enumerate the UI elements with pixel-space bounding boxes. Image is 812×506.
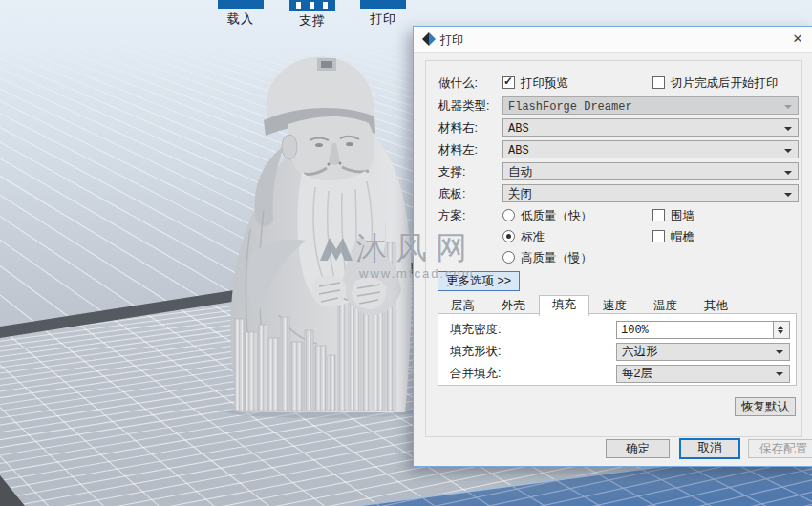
- wall-checkbox[interactable]: [652, 209, 665, 221]
- close-icon[interactable]: ✕: [789, 31, 806, 48]
- dialog-title: 打印: [440, 32, 463, 49]
- chevron-down-icon: [784, 171, 792, 175]
- raft-select[interactable]: 关闭: [502, 184, 799, 202]
- support-icon: [289, 0, 335, 11]
- flashprint-logo-icon: [422, 32, 436, 46]
- tab-temperature[interactable]: 温度: [640, 296, 691, 315]
- chevron-down-icon: [784, 127, 792, 131]
- scheme-low-label[interactable]: 低质量（快）: [521, 208, 592, 224]
- fill-density-label: 填充密度:: [450, 322, 501, 338]
- dialog-titlebar[interactable]: 打印 ✕: [414, 27, 812, 53]
- preview-checkbox-label[interactable]: 打印预览: [521, 75, 568, 92]
- material-right-label: 材料右:: [438, 120, 478, 137]
- toolbar-load-label: 载入: [212, 11, 269, 28]
- tab-shell[interactable]: 外壳: [488, 296, 539, 315]
- restore-defaults-button[interactable]: 恢复默认: [735, 397, 796, 416]
- spin-up-icon: [778, 326, 783, 329]
- material-right-select[interactable]: ABS: [502, 118, 799, 137]
- chevron-down-icon: [784, 105, 792, 109]
- settings-tabs: 层高 外壳 填充 速度 温度 其他: [438, 295, 741, 315]
- chevron-down-icon: [776, 372, 783, 376]
- tab-layer-height[interactable]: 层高: [438, 296, 488, 315]
- brim-checkbox-label[interactable]: 帽檐: [671, 229, 694, 245]
- wall-checkbox-label[interactable]: 围墙: [671, 208, 694, 224]
- machine-type-label: 机器类型:: [438, 98, 489, 115]
- scheme-standard-radio[interactable]: [502, 230, 515, 242]
- toolbar-print-button[interactable]: 打印: [354, 0, 412, 28]
- fill-tab-panel: 填充密度: 100% 填充形状: 六边形 合并填充: 每2层: [438, 313, 797, 386]
- preview-checkbox[interactable]: ✓: [502, 76, 515, 89]
- chevron-down-icon: [784, 149, 792, 153]
- support-label: 支撑:: [438, 164, 465, 180]
- scheme-high-radio[interactable]: [502, 251, 515, 264]
- combine-fill-label: 合并填充:: [450, 366, 501, 382]
- fill-shape-label: 填充形状:: [450, 344, 501, 360]
- load-icon: [218, 0, 264, 9]
- fill-shape-select[interactable]: 六边形: [616, 343, 790, 361]
- raft-label: 底板:: [438, 186, 465, 202]
- material-left-label: 材料左:: [438, 142, 478, 158]
- app-window: 载入 支撑 打印 打印 ✕ 做什么: ✓ 打印预览 切片完成后开始打印 机: [0, 0, 812, 506]
- fill-density-spinbox[interactable]: 100%: [616, 321, 790, 339]
- combine-fill-select[interactable]: 每2层: [616, 365, 790, 383]
- cancel-button[interactable]: 取消: [679, 438, 740, 459]
- toolbar-support-button[interactable]: 支撑: [284, 0, 341, 30]
- spin-down-icon: [778, 330, 783, 334]
- tab-speed[interactable]: 速度: [589, 296, 640, 315]
- chevron-down-icon: [784, 193, 792, 197]
- machine-type-select: FlashForge Dreamer: [502, 96, 799, 115]
- tab-fill[interactable]: 填充: [539, 295, 589, 316]
- scheme-low-radio[interactable]: [502, 209, 515, 221]
- material-left-select[interactable]: ABS: [502, 140, 799, 158]
- print-after-slice-label[interactable]: 切片完成后开始打印: [671, 75, 779, 92]
- print-after-slice-checkbox[interactable]: [652, 76, 665, 89]
- brim-checkbox[interactable]: [652, 230, 665, 242]
- scheme-standard-label[interactable]: 标准: [521, 229, 545, 245]
- what-label: 做什么:: [438, 75, 478, 92]
- spinner-buttons[interactable]: [773, 322, 789, 338]
- scheme-label: 方案:: [438, 208, 465, 224]
- toolbar-print-label: 打印: [354, 11, 412, 28]
- ok-button[interactable]: 确定: [606, 439, 670, 458]
- scheme-high-label[interactable]: 高质量（慢）: [521, 250, 592, 266]
- tab-others[interactable]: 其他: [691, 296, 741, 315]
- support-select[interactable]: 自动: [502, 162, 799, 180]
- chevron-down-icon: [776, 350, 783, 354]
- toolbar-support-label: 支撑: [284, 12, 341, 30]
- save-config-button: 保存配置: [748, 439, 812, 458]
- more-options-button[interactable]: 更多选项 >>: [438, 271, 520, 291]
- print-dialog: 打印 ✕ 做什么: ✓ 打印预览 切片完成后开始打印 机器类型: FlashFo…: [413, 26, 812, 467]
- print-icon: [360, 0, 406, 9]
- toolbar-load-button[interactable]: 载入: [212, 0, 269, 28]
